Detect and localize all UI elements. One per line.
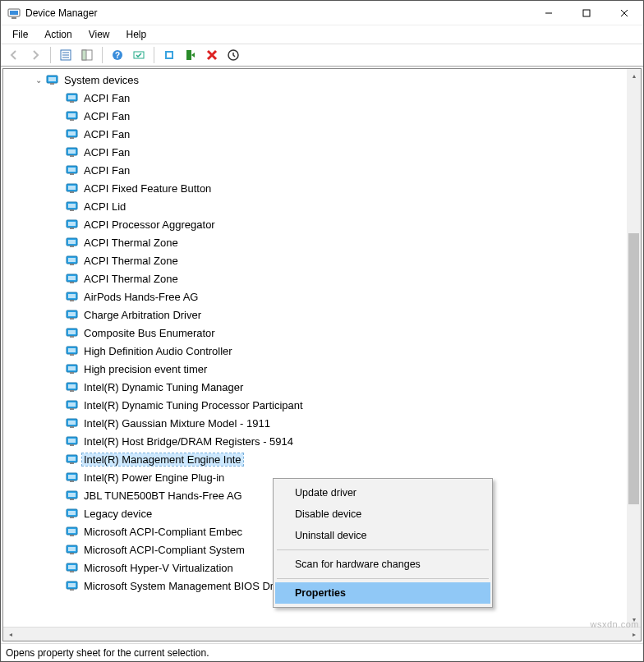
tree-item-label: Intel(R) Dynamic Tuning Processor Partic…: [82, 399, 305, 411]
svg-rect-81: [70, 426, 74, 428]
tree-item[interactable]: ACPI Fan: [3, 125, 641, 143]
disable-device-button[interactable]: [181, 45, 200, 65]
device-icon: [66, 127, 79, 140]
svg-rect-108: [70, 589, 74, 591]
context-properties[interactable]: Properties: [275, 582, 490, 604]
menu-view[interactable]: View: [80, 27, 118, 42]
context-uninstall-device[interactable]: Uninstall device: [275, 525, 490, 546]
svg-rect-68: [68, 348, 76, 352]
tree-item[interactable]: Intel(R) Dynamic Tuning Processor Partic…: [3, 396, 641, 414]
context-separator: [277, 578, 489, 579]
svg-rect-57: [70, 282, 74, 283]
tree-root-system-devices[interactable]: ⌄System devices: [3, 71, 641, 89]
tree-item[interactable]: Composite Bus Enumerator: [3, 324, 641, 342]
expander-icon[interactable]: ⌄: [33, 76, 44, 85]
svg-rect-66: [70, 336, 74, 338]
device-icon: [66, 362, 79, 375]
device-icon: [66, 326, 79, 339]
tree-item[interactable]: ACPI Lid: [3, 197, 641, 215]
device-icon: [66, 272, 79, 285]
svg-rect-102: [70, 553, 74, 554]
vertical-scrollbar[interactable]: ▴ ▾: [627, 69, 641, 627]
context-disable-device[interactable]: Disable device: [275, 503, 490, 525]
tree-item[interactable]: Intel(R) Host Bridge/DRAM Registers - 59…: [3, 432, 641, 450]
svg-rect-17: [167, 53, 172, 57]
show-hide-console-button[interactable]: [77, 45, 97, 65]
svg-rect-47: [68, 222, 76, 226]
svg-rect-60: [70, 300, 74, 301]
tree-item[interactable]: High precision event timer: [3, 360, 641, 378]
tree-item[interactable]: ACPI Fixed Feature Button: [3, 179, 641, 197]
svg-rect-96: [70, 517, 74, 518]
tree-item-label: Intel(R) Power Engine Plug-in: [82, 471, 226, 484]
tree-item[interactable]: ACPI Thermal Zone: [3, 233, 641, 251]
uninstall-device-button[interactable]: [202, 45, 222, 65]
tree-item[interactable]: Intel(R) Dynamic Tuning Manager: [3, 378, 641, 396]
tree-item[interactable]: ACPI Thermal Zone: [3, 269, 641, 287]
tree-item-label: ACPI Fan: [82, 128, 131, 140]
device-icon: [66, 579, 79, 592]
context-scan-hardware[interactable]: Scan for hardware changes: [275, 554, 490, 575]
tree-item[interactable]: Intel(R) Management Engine Inte: [3, 450, 641, 468]
tree-item[interactable]: ACPI Thermal Zone: [3, 251, 641, 269]
svg-rect-59: [68, 294, 76, 298]
context-update-driver[interactable]: Update driver: [275, 482, 490, 503]
tree-item-label: Microsoft System Management BIOS Driver: [82, 580, 292, 592]
menu-action[interactable]: Action: [36, 27, 80, 42]
svg-rect-71: [68, 366, 76, 370]
properties-toolbar-button[interactable]: [56, 45, 76, 65]
tree-item-label: Composite Bus Enumerator: [82, 327, 217, 339]
tree-item-label: Intel(R) Dynamic Tuning Manager: [82, 381, 245, 393]
scan-hardware-button[interactable]: [223, 45, 243, 65]
tree-item[interactable]: ACPI Fan: [3, 89, 641, 107]
update-driver-button[interactable]: [159, 45, 179, 65]
menu-help[interactable]: Help: [118, 27, 155, 42]
tree-item-label: ACPI Processor Aggregator: [82, 218, 217, 231]
svg-rect-42: [70, 191, 74, 193]
tree-item[interactable]: ACPI Fan: [3, 161, 641, 179]
tree-item[interactable]: ACPI Processor Aggregator: [3, 215, 641, 233]
device-icon: [66, 182, 79, 195]
tree-item-label: Microsoft ACPI-Compliant Embec: [82, 526, 244, 538]
minimize-button[interactable]: [530, 1, 568, 25]
statusbar: Opens property sheet for the current sel…: [1, 643, 643, 661]
context-separator: [277, 549, 489, 550]
svg-rect-101: [68, 547, 76, 551]
scroll-right-icon[interactable]: ▸: [627, 628, 641, 641]
tree-item[interactable]: AirPods Hands-Free AG: [3, 287, 641, 306]
svg-rect-95: [68, 511, 76, 515]
tree-item-label: Intel(R) Management Engine Inte: [82, 453, 243, 466]
svg-rect-2: [12, 17, 16, 19]
tree-item-label: Microsoft ACPI-Compliant System: [82, 544, 246, 556]
menubar: File Action View Help: [1, 25, 643, 44]
maximize-button[interactable]: [568, 1, 605, 25]
toolbar-separator: [102, 47, 103, 63]
svg-rect-75: [70, 390, 74, 392]
tree-item-label: ACPI Fan: [82, 110, 131, 122]
tree-item[interactable]: ACPI Fan: [3, 143, 641, 161]
help-toolbar-button[interactable]: ?: [108, 45, 127, 65]
toolbar-separator: [154, 47, 154, 63]
menu-file[interactable]: File: [4, 27, 36, 42]
svg-rect-26: [68, 95, 76, 99]
svg-rect-4: [583, 10, 590, 16]
toolbar-separator: [50, 47, 51, 63]
scroll-left-icon[interactable]: ◂: [3, 628, 17, 641]
svg-rect-69: [70, 354, 74, 356]
device-icon: [66, 344, 79, 357]
tree-item[interactable]: High Definition Audio Controller: [3, 342, 641, 360]
scan-button[interactable]: [129, 45, 149, 65]
tree-item[interactable]: Intel(R) Gaussian Mixture Model - 1911: [3, 414, 641, 432]
scroll-thumb[interactable]: [628, 233, 639, 504]
tree-item[interactable]: Charge Arbitration Driver: [3, 306, 641, 324]
svg-rect-39: [70, 173, 74, 175]
device-icon: [66, 380, 79, 393]
svg-rect-63: [70, 318, 74, 320]
tree-item[interactable]: ACPI Fan: [3, 107, 641, 125]
horizontal-scrollbar[interactable]: ◂ ▸: [3, 627, 641, 641]
scroll-up-icon[interactable]: ▴: [627, 69, 641, 83]
close-button[interactable]: [605, 1, 643, 25]
device-icon: [66, 398, 79, 411]
tree-item-label: JBL TUNE500BT Hands-Free AG: [82, 490, 244, 502]
tree-item-label: ACPI Thermal Zone: [82, 273, 180, 285]
